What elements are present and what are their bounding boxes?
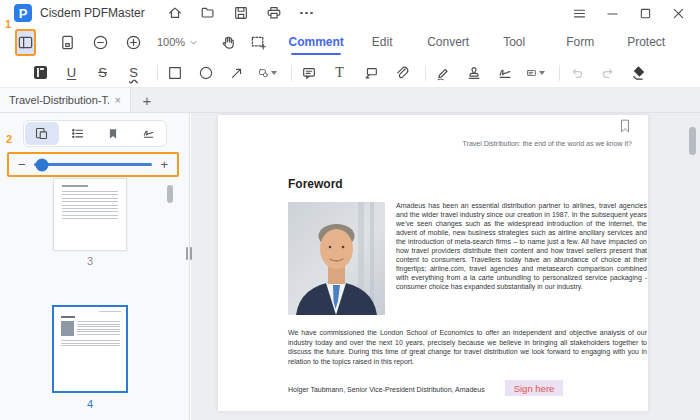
pencil-icon[interactable] [433, 63, 452, 82]
sticky-note-icon[interactable] [299, 63, 318, 82]
panel-signatures-button[interactable] [132, 122, 166, 145]
rectangle-shape-icon[interactable] [165, 63, 184, 82]
slider-handle[interactable] [35, 158, 48, 171]
sign-here-field[interactable]: Sign here [505, 380, 563, 396]
open-folder-icon[interactable] [200, 5, 216, 21]
tab-tool[interactable]: Tool [481, 29, 547, 55]
stamp-icon[interactable] [464, 63, 483, 82]
ellipse-shape-icon[interactable] [196, 63, 215, 82]
callout-icon[interactable] [361, 63, 380, 82]
foreword-heading: Foreword [288, 177, 343, 191]
panel-thumbnails-button[interactable] [25, 122, 59, 145]
maximize-icon[interactable] [637, 5, 653, 21]
text-tool-icon[interactable]: T [330, 63, 349, 82]
panel-bookmarks-button[interactable] [96, 122, 130, 145]
minimize-icon[interactable] [604, 5, 620, 21]
panel-switcher [23, 120, 167, 147]
byline-text: Holger Taubmann, Senior Vice-President D… [288, 386, 485, 393]
page-bookmark-icon[interactable] [618, 118, 632, 138]
foreword-paragraph-2: We have commissioned the London School o… [288, 328, 647, 366]
hand-tool-icon[interactable] [220, 33, 237, 51]
signature-icon[interactable] [495, 63, 514, 82]
page-thumbnail-3[interactable] [53, 178, 127, 251]
underline-icon[interactable]: U [62, 63, 81, 82]
new-tab-button[interactable]: + [131, 88, 163, 112]
annotation-toolbar: U S S T [0, 58, 700, 88]
document-area: Travel Distribution: the end of the worl… [191, 113, 700, 420]
title-bar: P Cisdem PDFMaster [0, 0, 700, 26]
pdf-page: Travel Distribution: the end of the worl… [218, 115, 648, 411]
sign-here-label: Sign here [514, 383, 555, 394]
tab-comment[interactable]: Comment [283, 29, 349, 55]
close-icon[interactable] [670, 5, 686, 21]
document-tab-label: Travel-Distribution-T... [9, 94, 109, 106]
document-tab-bar: Travel-Distribution-T... × + [0, 88, 700, 113]
menu-icon[interactable] [571, 5, 587, 21]
thumbnail-sidebar: − + 3 4 [0, 113, 190, 420]
zoom-level-dropdown[interactable]: 100% [157, 36, 198, 48]
page-number-4: 4 [52, 398, 128, 410]
text-box-dropdown-icon[interactable] [526, 63, 545, 82]
portrait-photo [288, 202, 385, 315]
panel-outline-button[interactable] [61, 122, 95, 145]
attachment-icon[interactable] [392, 63, 411, 82]
ribbon-tabs: Comment Edit Convert Tool Form Protect P… [283, 29, 700, 55]
callout-step-1: 1 [5, 18, 11, 30]
tab-protect[interactable]: Protect [613, 29, 679, 55]
zoom-in-icon[interactable] [124, 33, 142, 51]
slider-track[interactable] [34, 163, 153, 166]
arrow-shape-icon[interactable] [227, 63, 246, 82]
app-logo: P [14, 4, 32, 22]
slider-minus-icon[interactable]: − [18, 158, 26, 171]
sidebar-resize-handle[interactable] [186, 247, 192, 260]
foreword-paragraph-1: Amadeus has been an essential distributi… [396, 201, 647, 291]
page-running-header: Travel Distribution: the end of the worl… [463, 140, 632, 147]
save-icon[interactable] [233, 5, 249, 21]
undo-icon[interactable] [567, 63, 586, 82]
chevron-down-icon [189, 38, 198, 47]
tab-convert[interactable]: Convert [415, 29, 481, 55]
strikethrough-icon[interactable]: S [93, 63, 112, 82]
sidebar-toggle-button[interactable] [15, 29, 36, 56]
thumbnail-zoom-slider: − + [7, 152, 179, 177]
page-thumbnail-4[interactable] [52, 305, 128, 393]
redo-icon[interactable] [598, 63, 617, 82]
tab-page[interactable]: Pa [679, 29, 700, 55]
home-icon[interactable] [167, 5, 183, 21]
eraser-icon[interactable] [629, 63, 648, 82]
page-number-3: 3 [52, 255, 128, 267]
print-icon[interactable] [266, 5, 282, 21]
shapes-dropdown-icon[interactable] [258, 63, 277, 82]
main-toolbar: 100% Comment Edit Convert Tool Form Prot… [0, 26, 700, 58]
document-scrollbar[interactable] [689, 127, 696, 155]
tab-form[interactable]: Form [547, 29, 613, 55]
slider-plus-icon[interactable]: + [160, 158, 168, 171]
tab-close-icon[interactable]: × [115, 94, 121, 106]
tab-edit[interactable]: Edit [349, 29, 415, 55]
document-tab[interactable]: Travel-Distribution-T... × [0, 88, 131, 112]
more-icon[interactable] [299, 5, 315, 21]
zoom-out-icon[interactable] [91, 33, 109, 51]
fit-page-icon[interactable] [58, 33, 76, 51]
callout-step-2: 2 [6, 133, 12, 145]
squiggly-underline-icon[interactable]: S [124, 63, 143, 82]
select-area-icon[interactable] [250, 33, 267, 51]
app-title: Cisdem PDFMaster [40, 6, 145, 20]
sidebar-scrollbar[interactable] [167, 185, 173, 203]
highlight-icon[interactable] [31, 63, 50, 82]
